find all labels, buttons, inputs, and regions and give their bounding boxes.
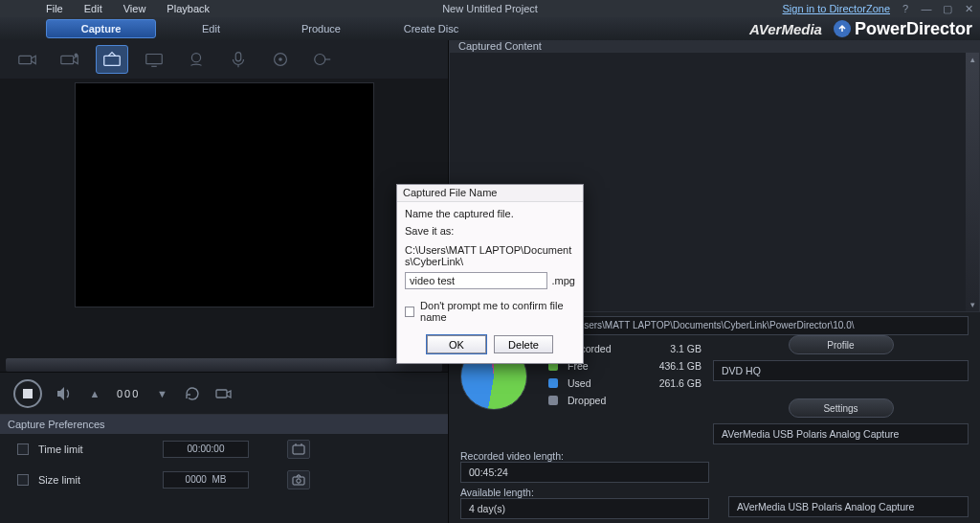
- source-dvd-icon[interactable]: [306, 45, 339, 74]
- settings-value-1[interactable]: AVerMedia USB Polaris Analog Capture: [713, 423, 969, 444]
- size-limit-checkbox[interactable]: [17, 474, 29, 486]
- close-icon[interactable]: ✕: [963, 3, 974, 14]
- captured-file-name-dialog: Captured File Name Name the captured fil…: [396, 184, 584, 364]
- dialog-extension: .mpg: [552, 275, 575, 286]
- dialog-ok-button[interactable]: OK: [427, 335, 486, 353]
- brand-powerdirector: PowerDirector: [834, 19, 972, 39]
- dialog-hint-1: Name the captured file.: [405, 208, 575, 220]
- size-limit-camera-icon[interactable]: [287, 470, 310, 489]
- legend-free-value: 436.1 GB: [635, 360, 702, 372]
- video-preview: [75, 82, 374, 307]
- dialog-title: Captured File Name: [397, 185, 583, 202]
- legend-used-label: Used: [568, 377, 625, 389]
- maximize-icon[interactable]: ▢: [942, 3, 953, 14]
- signin-link[interactable]: Sign in to DirectorZone: [783, 3, 891, 14]
- svg-point-15: [297, 479, 301, 483]
- menu-file[interactable]: File: [46, 3, 63, 14]
- source-tv-icon[interactable]: [96, 45, 128, 74]
- brand-arrow-icon: [834, 20, 851, 37]
- source-pc-icon[interactable]: [138, 45, 170, 74]
- dialog-save-path: C:\Users\MATT LAPTOP\Documents\CyberLink…: [405, 244, 575, 267]
- available-length-value: 4 day(s): [460, 498, 709, 519]
- time-limit-clock-icon[interactable]: [287, 440, 310, 459]
- svg-rect-8: [235, 53, 241, 61]
- dialog-filename-input[interactable]: [405, 272, 547, 289]
- channel-counter: 000: [117, 388, 140, 399]
- settings-button[interactable]: Settings: [789, 398, 894, 418]
- refresh-icon[interactable]: [184, 385, 201, 402]
- tab-create-disc[interactable]: Create Disc: [376, 19, 486, 38]
- brand-avermedia: AVerMedia: [749, 21, 822, 37]
- dialog-dont-prompt-label: Don't prompt me to confirm file name: [420, 300, 575, 323]
- capture-source-row: [0, 40, 448, 79]
- stop-record-button[interactable]: [13, 379, 42, 408]
- available-length-label: Available length:: [460, 487, 709, 498]
- svg-point-7: [191, 54, 200, 62]
- svg-point-4: [75, 54, 78, 57]
- preview-area: [0, 79, 448, 356]
- minimize-icon[interactable]: —: [921, 3, 932, 14]
- legend-dropped-label: Dropped: [568, 395, 625, 406]
- volume-icon[interactable]: [56, 385, 73, 402]
- legend-used-value: 261.6 GB: [635, 377, 702, 389]
- svg-point-10: [278, 57, 282, 61]
- capture-folder-path[interactable]: C:\Users\MATT LAPTOP\Documents\CyberLink…: [558, 316, 969, 335]
- preview-scrollbar[interactable]: [6, 358, 442, 372]
- source-dv-icon[interactable]: [11, 45, 44, 74]
- size-limit-field[interactable]: 0000 MB: [163, 471, 249, 489]
- legend-used-dot: [548, 378, 558, 388]
- capture-preferences-heading: Capture Preferences: [0, 415, 448, 434]
- recorded-length-value: 00:45:24: [460, 462, 709, 483]
- svg-rect-14: [293, 477, 304, 485]
- legend-dropped-dot: [548, 396, 558, 405]
- menu-playback[interactable]: Playback: [167, 3, 210, 14]
- profile-button[interactable]: Profile: [789, 335, 894, 354]
- svg-rect-12: [216, 390, 227, 398]
- brand-block: AVerMedia PowerDirector: [749, 17, 972, 40]
- tab-capture[interactable]: Capture: [46, 19, 156, 38]
- channel-down-icon[interactable]: ▼: [153, 385, 170, 402]
- transport-bar: ▲ 000 ▼: [0, 372, 448, 414]
- tab-edit[interactable]: Edit: [156, 19, 266, 38]
- tab-produce[interactable]: Produce: [266, 19, 376, 38]
- capture-preferences-panel: Capture Preferences Time limit 00:00:00 …: [0, 414, 448, 523]
- time-limit-label: Time limit: [38, 443, 96, 455]
- profile-value[interactable]: DVD HQ: [713, 360, 969, 381]
- svg-rect-13: [293, 445, 304, 454]
- svg-rect-5: [104, 56, 121, 65]
- help-icon[interactable]: ?: [900, 3, 911, 14]
- time-limit-checkbox[interactable]: [17, 443, 29, 455]
- snapshot-video-icon[interactable]: [214, 385, 232, 402]
- legend-recorded-value: 3.1 GB: [635, 343, 702, 354]
- dialog-delete-button[interactable]: Delete: [494, 335, 553, 353]
- captured-content-heading: Captured Content: [449, 40, 980, 52]
- svg-rect-3: [61, 56, 74, 63]
- source-cd-icon[interactable]: [264, 45, 297, 74]
- menu-edit[interactable]: Edit: [84, 3, 102, 14]
- project-title: New Untitled Project: [442, 3, 538, 14]
- svg-rect-6: [146, 55, 163, 64]
- mode-tab-row: Capture Edit Produce Create Disc AVerMed…: [0, 17, 980, 40]
- scroll-up-icon[interactable]: ▴: [966, 53, 979, 66]
- menu-view[interactable]: View: [123, 3, 146, 14]
- scroll-down-icon[interactable]: ▾: [966, 298, 979, 311]
- svg-point-11: [315, 55, 325, 65]
- time-limit-field[interactable]: 00:00:00: [163, 441, 249, 458]
- source-webcam-icon[interactable]: [180, 45, 212, 74]
- channel-up-icon[interactable]: ▲: [86, 385, 103, 402]
- captured-scrollbar[interactable]: ▴ ▾: [966, 53, 979, 311]
- dialog-dont-prompt-checkbox[interactable]: [405, 307, 414, 317]
- settings-value-2[interactable]: AVerMedia USB Polaris Analog Capture: [728, 496, 969, 517]
- dialog-hint-2: Save it as:: [405, 225, 575, 238]
- size-limit-label: Size limit: [38, 474, 96, 486]
- source-mic-icon[interactable]: [222, 45, 255, 74]
- menu-bar: File Edit View Playback New Untitled Pro…: [0, 0, 980, 17]
- brand-pd-text: PowerDirector: [855, 19, 972, 39]
- source-hdv-icon[interactable]: [54, 45, 86, 74]
- recorded-length-label: Recorded video length:: [460, 450, 709, 462]
- svg-rect-2: [19, 56, 32, 63]
